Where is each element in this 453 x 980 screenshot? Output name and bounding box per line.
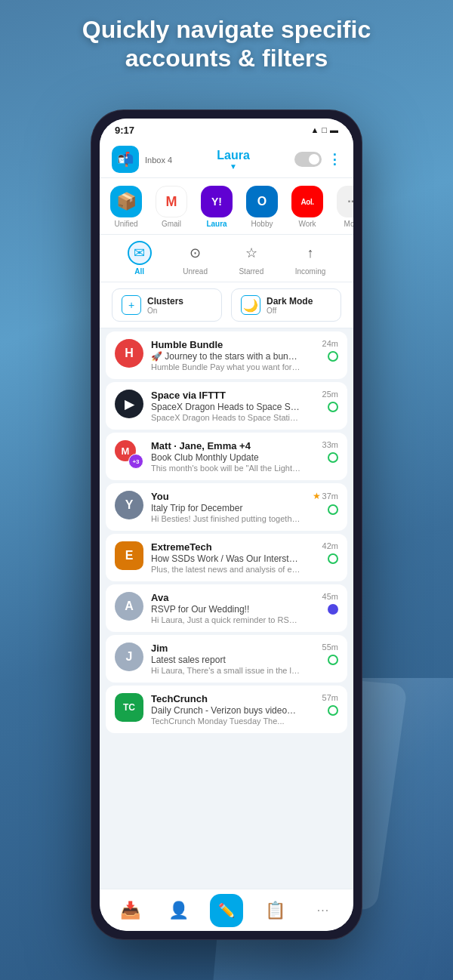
account-item-unified[interactable]: 📦 Unified [106, 186, 146, 228]
email-from-techcrunch: TechCrunch [151, 693, 300, 704]
nav-contacts[interactable]: 👤 [162, 894, 195, 927]
email-item-you[interactable]: Y You Italy Trip for December Hi Besties… [106, 483, 347, 531]
email-meta-techcrunch: 57m [308, 693, 338, 716]
email-content-you: You Italy Trip for December Hi Besties! … [151, 491, 300, 523]
email-time-ava: 45m [322, 592, 338, 601]
status-bar: 9:17 ▲ □ ▬ [100, 119, 353, 140]
account-label-laura: Laura [206, 220, 226, 228]
avatar-humble-bundle: H [115, 339, 143, 368]
email-item-matt-group[interactable]: M +3 Matt · Jane, Emma +4 Book Club Mont… [106, 433, 347, 480]
nav-notes[interactable]: 📋 [258, 894, 291, 927]
email-preview-techcrunch: TechCrunch Monday Tuesday The... [151, 717, 300, 726]
account-avatar-more: ··· [337, 186, 353, 217]
nav-compose[interactable]: ✏️ [210, 894, 243, 927]
star-icon-you: ★ [313, 491, 321, 501]
email-item-ava[interactable]: A Ava RSVP for Our Wedding!! Hi Laura, J… [106, 584, 347, 632]
bottom-nav: 📥 👤 ✏️ 📋 ··· [100, 889, 353, 931]
email-item-humble-bundle[interactable]: H Humble Bundle 🚀 Journey to the stars w… [106, 331, 347, 379]
email-preview-jim: Hi Laura, There's a small issue in the l… [151, 666, 300, 675]
email-subject-ava: RSVP for Our Wedding!! [151, 604, 300, 615]
darkmode-button[interactable]: 🌙 Dark Mode Off [231, 288, 341, 322]
email-time-extremetech: 42m [322, 541, 338, 550]
email-preview-you: Hi Besties! Just finished putting togeth… [151, 514, 300, 523]
email-preview-matt-group: This month's book will be "All the Light… [151, 464, 300, 473]
darkmode-text: Dark Mode Off [267, 296, 313, 315]
email-item-space-ifttt[interactable]: ▶ Space via IFTTT SpaceX Dragon Heads to… [106, 382, 347, 430]
battery-icon: ▬ [330, 125, 338, 134]
chevron-down-icon: ▼ [217, 162, 250, 171]
email-subject-techcrunch: Daily Crunch - Verizon buys videoconfere… [151, 705, 300, 716]
phone-frame: 9:17 ▲ □ ▬ 📬 Inbox 4 Laura ▼ ⋮ [91, 109, 362, 940]
email-subject-matt-group: Book Club Monthly Update [151, 452, 300, 463]
filter-all-label: All [134, 267, 144, 276]
account-avatar-gmail: M [156, 186, 187, 217]
email-content-ava: Ava RSVP for Our Wedding!! Hi Laura, Jus… [151, 592, 300, 624]
account-item-hobby[interactable]: O Hobby [242, 186, 282, 228]
avatar-group-matt: M +3 [115, 440, 143, 469]
clusters-text: Clusters On [147, 296, 183, 315]
filter-all[interactable]: ✉ All [128, 241, 152, 276]
header-toggle[interactable] [294, 152, 322, 167]
email-from-you: You [151, 491, 300, 502]
email-from-space-ifttt: Space via IFTTT [151, 390, 300, 401]
email-time-you: 37m [322, 492, 338, 501]
email-time-humble-bundle: 24m [322, 339, 338, 348]
email-item-jim[interactable]: J Jim Latest sales report Hi Laura, Ther… [106, 635, 347, 683]
nav-inbox[interactable]: 📥 [113, 894, 146, 927]
email-subject-extremetech: How SSDs Work / Was Our Interstellar Vis… [151, 553, 300, 564]
filter-incoming[interactable]: ↑ Incoming [295, 241, 326, 276]
avatar-you: Y [115, 491, 143, 519]
filter-unread-label: Unread [183, 267, 208, 276]
filter-incoming-label: Incoming [295, 267, 326, 276]
filter-all-icon: ✉ [128, 241, 152, 265]
filter-starred[interactable]: ☆ Starred [239, 241, 263, 276]
email-meta-humble-bundle: 24m [308, 339, 338, 362]
email-time-space-ifttt: 25m [322, 390, 338, 399]
email-preview-humble-bundle: Humble Bundle Pay what you want for awes… [151, 362, 300, 371]
email-from-humble-bundle: Humble Bundle [151, 339, 300, 350]
clusters-button[interactable]: + Clusters On [112, 288, 222, 322]
account-selector[interactable]: Laura ▼ [217, 149, 250, 171]
account-item-gmail[interactable]: M Gmail [151, 186, 192, 228]
avatar-jim: J [115, 643, 143, 671]
account-item-work[interactable]: Aol. Work [287, 186, 328, 228]
signal-icon: □ [322, 125, 327, 134]
app-header: 📬 Inbox 4 Laura ▼ ⋮ [100, 140, 353, 178]
email-from-jim: Jim [151, 643, 300, 654]
email-content-space-ifttt: Space via IFTTT SpaceX Dragon Heads to S… [151, 390, 300, 422]
email-meta-extremetech: 42m [308, 541, 338, 564]
unread-dot-you [328, 504, 338, 515]
phone-screen: 9:17 ▲ □ ▬ 📬 Inbox 4 Laura ▼ ⋮ [100, 119, 353, 931]
email-item-extremetech[interactable]: E ExtremeTech How SSDs Work / Was Our In… [106, 534, 347, 581]
email-content-extremetech: ExtremeTech How SSDs Work / Was Our Inte… [151, 541, 300, 574]
account-item-more[interactable]: ··· More [332, 186, 353, 228]
account-label-unified: Unified [114, 220, 137, 228]
email-preview-ava: Hi Laura, Just a quick reminder to RSVP … [151, 615, 300, 624]
avatar-extremetech: E [115, 541, 143, 570]
unread-dot-jim [328, 655, 338, 665]
email-subject-humble-bundle: 🚀 Journey to the stars with a bundle of … [151, 351, 300, 362]
email-subject-space-ifttt: SpaceX Dragon Heads to Space Station wit… [151, 402, 300, 412]
email-time-jim: 55m [322, 643, 338, 652]
unread-dot-ava [328, 604, 338, 615]
filter-unread[interactable]: ⊙ Unread [183, 241, 208, 276]
email-item-techcrunch[interactable]: TC TechCrunch Daily Crunch - Verizon buy… [106, 686, 347, 733]
email-time-techcrunch: 57m [322, 693, 338, 702]
filter-row: ✉ All ⊙ Unread ☆ Starred ↑ Incoming [100, 235, 353, 282]
email-from-matt-group: Matt · Jane, Emma +4 [151, 440, 300, 451]
unread-dot-matt-group [328, 452, 338, 463]
accounts-row: 📦 Unified M Gmail Y! Laura O Hobby Aol. … [100, 178, 353, 235]
more-menu-icon[interactable]: ⋮ [328, 151, 341, 168]
email-subject-you: Italy Trip for December [151, 503, 300, 513]
wifi-icon: ▲ [310, 125, 319, 134]
inbox-icon[interactable]: 📬 [112, 146, 139, 173]
unread-dot-extremetech [328, 553, 338, 564]
account-item-laura[interactable]: Y! Laura [196, 186, 237, 228]
account-label-work: Work [298, 220, 316, 228]
account-avatar-hobby: O [246, 186, 278, 217]
nav-more[interactable]: ··· [307, 894, 340, 927]
status-time: 9:17 [115, 125, 134, 136]
account-avatar-unified: 📦 [110, 186, 142, 217]
account-label-gmail: Gmail [162, 220, 181, 228]
feature-row: + Clusters On 🌙 Dark Mode Off [100, 282, 353, 328]
